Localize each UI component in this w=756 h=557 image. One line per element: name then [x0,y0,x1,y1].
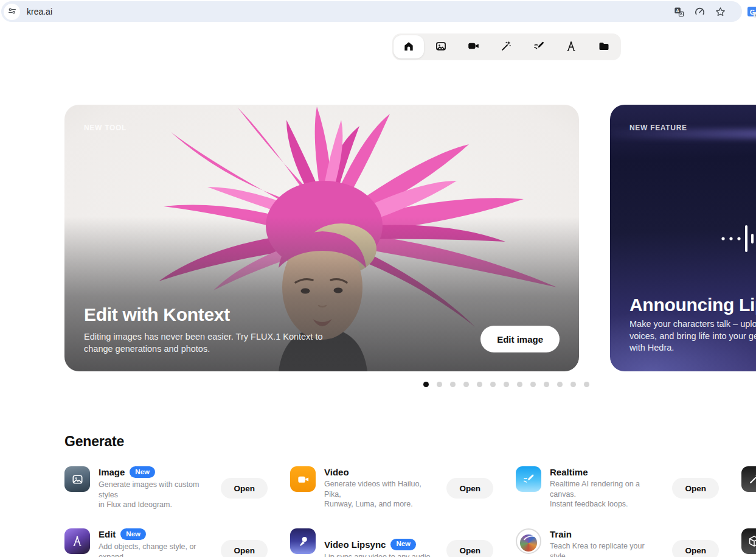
image-icon [435,40,447,54]
magic-wand-icon [741,466,756,492]
tile-description: Lip sync any video to any audio. [324,552,438,557]
new-badge: New [390,539,416,550]
translate-icon[interactable]: A [673,6,685,18]
video-camera-icon [467,40,480,54]
tile-description: Generate images with custom styles in Fl… [99,480,212,510]
slide-tag: NEW TOOL [84,124,127,132]
open-image-button[interactable]: Open [221,478,268,499]
carousel-dot[interactable] [463,382,469,387]
tile-partial-3d-objects[interactable] [741,528,756,557]
nav-realtime[interactable] [523,33,555,60]
tile-realtime[interactable]: Realtime Realtime AI rendering on a canv… [516,466,719,510]
tile-title: Video Lipsync [324,539,386,550]
compass-icon [565,40,577,54]
generate-section: Generate Image New Generate images with … [64,433,756,557]
app-nav-toolbar [392,33,621,60]
tile-description: Add objects, change style, or expand pho… [99,542,212,557]
open-video-button[interactable]: Open [446,478,493,499]
home-icon [403,40,415,54]
edit-image-button[interactable]: Edit image [480,326,560,352]
compass-icon [64,528,90,554]
microphone-icon [290,528,316,554]
url-text: krea.ai [27,7,52,16]
carousel-dot[interactable] [437,382,442,387]
carousel-dot[interactable] [423,382,429,387]
tile-title: Image [99,467,125,477]
tile-title: Edit [99,529,116,539]
mosaic-sphere-icon [516,528,541,554]
bookmark-star-icon[interactable] [715,6,726,18]
carousel-dot[interactable] [517,382,522,387]
nav-assets[interactable] [588,33,620,60]
slide-description: Editing images has never been easier. Tr… [84,331,323,355]
open-realtime-button[interactable]: Open [672,478,719,499]
tile-partial-enhancer[interactable] [741,466,756,510]
carousel-dot[interactable] [490,382,496,387]
new-badge: New [120,528,146,540]
magic-wand-icon [500,40,512,54]
browser-toolbar: krea.ai A [0,0,756,23]
nav-edit[interactable] [555,33,587,60]
tile-edit[interactable]: Edit New Add objects, change style, or e… [64,528,268,557]
slide-tag: NEW FEATURE [629,124,687,132]
carousel-dot[interactable] [477,382,482,387]
tile-title: Realtime [550,467,588,477]
video-camera-icon [290,466,316,492]
tune-icon[interactable] [4,4,20,20]
tile-train[interactable]: Train Teach Krea to replicate your style… [516,528,719,557]
new-badge: New [130,466,155,478]
tile-description: Generate videos with Hailuo, Pika, Runwa… [324,479,438,510]
nav-enhance[interactable] [490,33,522,60]
folder-icon [598,40,610,54]
carousel-slide-announcing-lipsync[interactable]: NEW FEATURE Announcing Lipsync Make your… [610,105,756,371]
carousel-dots [423,382,589,387]
slide-title: Edit with Kontext [84,304,230,325]
section-heading: Generate [64,433,756,450]
cube-icon [741,528,756,554]
image-icon [64,466,90,492]
carousel-dot[interactable] [530,382,536,387]
carousel-dot[interactable] [504,382,509,387]
tile-video-lipsync[interactable]: Video Lipsync New Lip sync any video to … [290,528,493,557]
tile-title: Video [324,467,349,477]
carousel-dot[interactable] [450,382,456,387]
open-train-button[interactable]: Open [672,540,719,557]
google-translate-extension-icon[interactable]: G [747,5,756,19]
nav-home[interactable] [394,35,424,58]
carousel-dot[interactable] [570,382,576,387]
slide-title: Announcing Lipsync [629,295,756,315]
carousel-dot[interactable] [584,382,589,387]
pen-icon [533,40,545,54]
carousel-dot[interactable] [557,382,563,387]
tile-video[interactable]: Video Generate videos with Hailuo, Pika,… [290,466,493,510]
audio-waveform-graphic [720,224,756,253]
performance-gauge-icon[interactable] [694,6,706,18]
tile-description: Teach Krea to replicate your style, prod… [550,541,664,557]
pen-icon [516,466,541,492]
nav-image[interactable] [425,33,457,60]
tile-description: Realtime AI rendering on a canvas. Insta… [550,479,664,510]
open-edit-button[interactable]: Open [221,540,268,557]
nav-video[interactable] [457,33,489,60]
open-video-lipsync-button[interactable]: Open [446,540,493,557]
hero-carousel: NEW TOOL Edit with Kontext Editing image… [0,105,756,371]
slide-description: Make your characters talk – upload voice… [629,318,756,354]
tile-image[interactable]: Image New Generate images with custom st… [64,466,268,510]
carousel-slide-edit-with-kontext[interactable]: NEW TOOL Edit with Kontext Editing image… [64,105,579,371]
address-bar[interactable]: krea.ai A [1,1,742,22]
carousel-dot[interactable] [544,382,549,387]
tile-title: Train [550,529,572,539]
